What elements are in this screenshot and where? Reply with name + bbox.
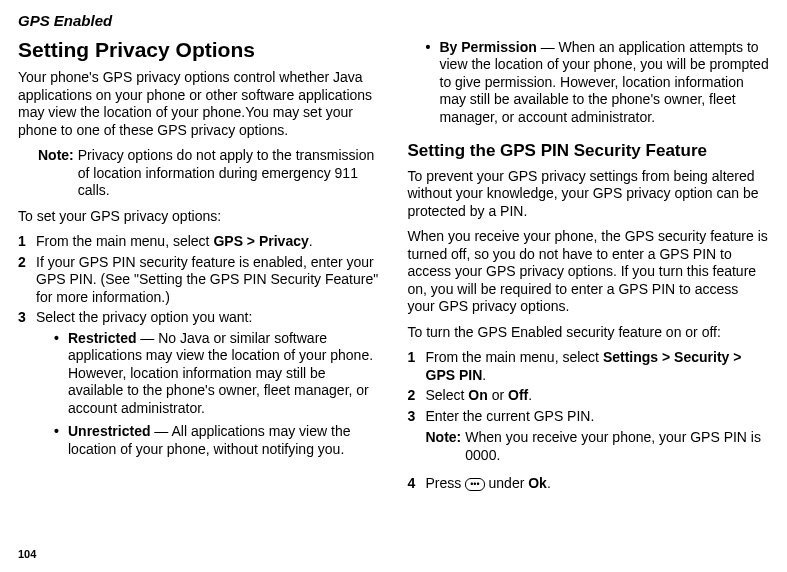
step-number: 3 xyxy=(18,309,36,464)
r-step2-post: . xyxy=(528,387,532,403)
r-step2-pre: Select xyxy=(426,387,469,403)
note-text: Privacy options do not apply to the tran… xyxy=(74,147,380,200)
r-step4-mid: under xyxy=(485,475,529,491)
right-p2: When you receive your phone, the GPS sec… xyxy=(408,228,770,316)
step-number: 1 xyxy=(408,349,426,384)
r-step3-text: Enter the current GPS PIN. xyxy=(426,408,595,424)
step-number: 2 xyxy=(18,254,36,307)
option-list-continued: By Permission — When an application atte… xyxy=(408,39,770,133)
step-number: 3 xyxy=(408,408,426,473)
r-step-2: 2 Select On or Off. xyxy=(408,387,770,405)
content-columns: Setting Privacy Options Your phone's GPS… xyxy=(18,37,769,562)
step-number: 2 xyxy=(408,387,426,405)
step1-bold: GPS > Privacy xyxy=(213,233,308,249)
step-content: Select On or Off. xyxy=(426,387,770,405)
heading-setting-privacy: Setting Privacy Options xyxy=(18,37,380,63)
option-content: By Permission — When an application atte… xyxy=(440,39,770,127)
step-content: Enter the current GPS PIN. Note: When yo… xyxy=(426,408,770,473)
step-1: 1 From the main menu, select GPS > Priva… xyxy=(18,233,380,251)
r-step4-pre: Press xyxy=(426,475,466,491)
step-content: If your GPS PIN security feature is enab… xyxy=(36,254,380,307)
note-text: When you receive your phone, your GPS PI… xyxy=(461,429,769,464)
step-content: From the main menu, select Settings > Se… xyxy=(426,349,770,384)
option-title: Restricted xyxy=(68,330,136,346)
steps-list-right: 1 From the main menu, select Settings > … xyxy=(408,349,770,496)
step-content: Press ••• under Ok. xyxy=(426,475,770,493)
option-content: Unrestricted — All applications may view… xyxy=(68,423,380,458)
r-step-4: 4 Press ••• under Ok. xyxy=(408,475,770,493)
r-step1-pre: From the main menu, select xyxy=(426,349,603,365)
note-label: Note: xyxy=(38,147,74,200)
softkey-icon: ••• xyxy=(465,478,484,491)
page-number: 104 xyxy=(18,540,380,562)
r-step2-on: On xyxy=(468,387,487,403)
step-number: 1 xyxy=(18,233,36,251)
steps-list-left: 1 From the main menu, select GPS > Priva… xyxy=(18,233,380,467)
step-content: From the main menu, select GPS > Privacy… xyxy=(36,233,380,251)
option-restricted: Restricted — No Java or similar software… xyxy=(54,330,380,418)
option-title: By Permission xyxy=(440,39,537,55)
intro-paragraph: Your phone's GPS privacy options control… xyxy=(18,69,380,139)
step-number: 4 xyxy=(408,475,426,493)
right-column: By Permission — When an application atte… xyxy=(408,37,770,562)
note-block: Note: Privacy options do not apply to th… xyxy=(18,147,380,200)
option-content: Restricted — No Java or similar software… xyxy=(68,330,380,418)
right-p3: To turn the GPS Enabled security feature… xyxy=(408,324,770,342)
step-3: 3 Select the privacy option you want: Re… xyxy=(18,309,380,464)
option-list: Restricted — No Java or similar software… xyxy=(36,330,380,459)
step-content: Select the privacy option you want: Rest… xyxy=(36,309,380,464)
r-step2-or: or xyxy=(488,387,508,403)
option-by-permission: By Permission — When an application atte… xyxy=(426,39,770,127)
r-step-1: 1 From the main menu, select Settings > … xyxy=(408,349,770,384)
r-step4-post: . xyxy=(547,475,551,491)
step1-post: . xyxy=(309,233,313,249)
step1-pre: From the main menu, select xyxy=(36,233,213,249)
step3-text: Select the privacy option you want: xyxy=(36,309,252,325)
r-step2-off: Off xyxy=(508,387,528,403)
r-step4-ok: Ok xyxy=(528,475,547,491)
running-header: GPS Enabled xyxy=(18,12,769,31)
r-step-3: 3 Enter the current GPS PIN. Note: When … xyxy=(408,408,770,473)
to-set-text: To set your GPS privacy options: xyxy=(18,208,380,226)
right-p1: To prevent your GPS privacy settings fro… xyxy=(408,168,770,221)
note-block: Note: When you receive your phone, your … xyxy=(426,429,770,464)
option-title: Unrestricted xyxy=(68,423,150,439)
left-column: Setting Privacy Options Your phone's GPS… xyxy=(18,37,380,562)
option-unrestricted: Unrestricted — All applications may view… xyxy=(54,423,380,458)
heading-gps-pin-security: Setting the GPS PIN Security Feature xyxy=(408,140,770,161)
note-label: Note: xyxy=(426,429,462,464)
step-2: 2 If your GPS PIN security feature is en… xyxy=(18,254,380,307)
r-step1-post: . xyxy=(482,367,486,383)
